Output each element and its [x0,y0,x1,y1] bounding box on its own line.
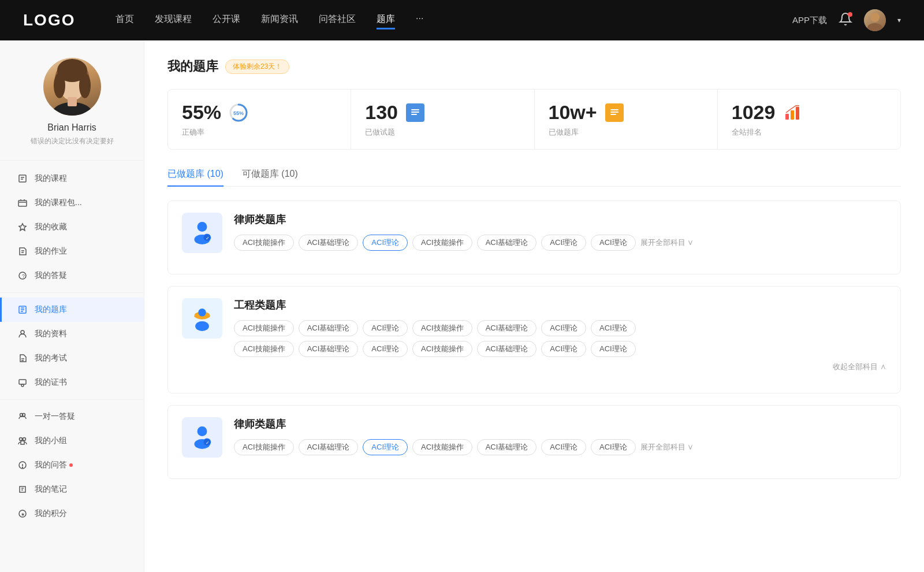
tag-1-6[interactable]: ACI理论 [591,320,636,336]
tag-1-2-4[interactable]: ACI基础理论 [477,341,537,357]
app-download-link[interactable]: APP下载 [792,15,827,26]
trial-badge: 体验剩余23天！ [225,60,289,74]
svg-rect-48 [610,109,619,110]
collapse-link-1[interactable]: 收起全部科目 ∧ [833,362,886,372]
tag-1-2-0[interactable]: ACI技能操作 [234,341,294,357]
nav-open-course[interactable]: 公开课 [213,11,240,29]
svg-text:★: ★ [21,512,25,517]
tags-row-1: ACI技能操作 ACI基础理论 ACI理论 ACI技能操作 ACI基础理论 AC… [234,320,886,336]
svg-point-37 [23,467,23,468]
tag-1-3[interactable]: ACI技能操作 [412,320,472,336]
sidebar-item-label: 我的课程 [35,173,67,184]
svg-rect-46 [411,112,419,113]
tab-available-bank[interactable]: 可做题库 (10) [242,168,298,186]
notes-icon [17,484,28,495]
sidebar-item-homework[interactable]: 我的作业 [0,239,144,263]
tag-2-5[interactable]: ACI理论 [541,439,586,455]
tab-done-bank[interactable]: 已做题库 (10) [167,168,223,186]
tag-0-6[interactable]: ACI理论 [591,235,636,251]
tag-1-5[interactable]: ACI理论 [541,320,586,336]
course-pkg-icon [17,198,28,208]
questions-icon [17,460,28,470]
sidebar-item-question-bank[interactable]: 我的题库 [0,298,144,322]
tag-1-2-6[interactable]: ACI理论 [591,341,636,357]
star-icon [17,222,28,232]
done-bank-icon [604,102,625,123]
nav-home[interactable]: 首页 [116,11,134,29]
tag-2-0[interactable]: ACI技能操作 [234,439,294,455]
nav-news[interactable]: 新闻资讯 [261,11,298,29]
category-card-1: 工程类题库 ACI技能操作 ACI基础理论 ACI理论 ACI技能操作 ACI基… [167,286,901,393]
tag-2-2[interactable]: ACI理论 [363,439,408,455]
tag-0-1[interactable]: ACI基础理论 [299,235,359,251]
expand-link-2[interactable]: 展开全部科目 ∨ [640,442,694,452]
sidebar-item-label: 一对一答疑 [35,411,75,422]
tag-2-3[interactable]: ACI技能操作 [412,439,472,455]
stat-done-questions: 130 已做试题 [351,90,534,149]
groups-icon [17,436,28,446]
tag-1-2-3[interactable]: ACI技能操作 [412,341,472,357]
tag-1-2-5[interactable]: ACI理论 [541,341,586,357]
svg-rect-51 [785,114,789,120]
stat-accuracy: 55% 55% 正确率 [168,90,351,149]
sidebar-item-course-package[interactable]: 我的课程包... [0,191,144,215]
sidebar-item-label: 我的课程包... [35,198,82,208]
user-dropdown-arrow[interactable]: ▾ [897,16,901,24]
nav-question-bank[interactable]: 题库 [377,11,395,29]
expand-link-0[interactable]: 展开全部科目 ∨ [640,237,694,248]
page-wrap: Brian Harris 错误的决定比没有决定要好 我的课程 我的 [0,40,924,572]
nav-qa[interactable]: 问答社区 [319,11,356,29]
category-icon-engineer [182,298,222,339]
category-info-2: 律师类题库 ACI技能操作 ACI基础理论 ACI理论 ACI技能操作 ACI基… [234,417,886,455]
sidebar-item-favorites[interactable]: 我的收藏 [0,215,144,239]
svg-text:?: ? [22,273,25,279]
sidebar-item-my-qa[interactable]: ? 我的答疑 [0,263,144,288]
nav-discover[interactable]: 发现课程 [155,11,192,29]
svg-point-32 [23,414,25,417]
sidebar-item-questions[interactable]: 我的问答 [0,453,144,477]
tag-1-2-1[interactable]: ACI基础理论 [299,341,359,357]
stats-row: 55% 55% 正确率 130 [167,89,901,150]
svg-rect-52 [791,110,794,120]
svg-point-63 [198,426,207,436]
points-icon: ★ [17,508,28,519]
svg-point-33 [20,438,23,441]
course-icon [17,173,28,184]
sidebar-item-groups[interactable]: 我的小组 [0,429,144,453]
tag-1-4[interactable]: ACI基础理论 [477,320,537,336]
stat-label-done: 已做试题 [365,127,520,138]
sidebar-item-tutor[interactable]: 一对一答疑 [0,404,144,429]
tag-1-2[interactable]: ACI理论 [363,320,408,336]
collapse-row-1: 收起全部科目 ∧ [234,362,886,372]
tag-0-2[interactable]: ACI理论 [363,235,408,251]
sidebar: Brian Harris 错误的决定比没有决定要好 我的课程 我的 [0,40,144,572]
notification-dot [848,12,852,17]
nav-more[interactable]: ··· [416,11,423,29]
sidebar-item-exam[interactable]: 我的考试 [0,346,144,370]
user-avatar[interactable] [864,9,886,31]
category-name-1: 工程类题库 [234,298,886,312]
tag-2-4[interactable]: ACI基础理论 [477,439,537,455]
sidebar-item-certificate[interactable]: 我的证书 [0,370,144,395]
tag-0-4[interactable]: ACI基础理论 [477,235,537,251]
tag-0-5[interactable]: ACI理论 [541,235,586,251]
tag-0-3[interactable]: ACI技能操作 [412,235,472,251]
sidebar-item-my-courses[interactable]: 我的课程 [0,166,144,191]
svg-rect-50 [610,114,616,115]
tag-2-1[interactable]: ACI基础理论 [299,439,359,455]
tag-2-6[interactable]: ACI理论 [591,439,636,455]
category-header-1: 工程类题库 ACI技能操作 ACI基础理论 ACI理论 ACI技能操作 ACI基… [182,298,886,372]
question-dot-badge [69,463,73,467]
tag-1-2-2[interactable]: ACI理论 [363,341,408,357]
stat-label-bank: 已做题库 [549,127,703,138]
tags-row-2: ACI技能操作 ACI基础理论 ACI理论 ACI技能操作 ACI基础理论 AC… [234,439,886,455]
stat-value-accuracy: 55% [182,101,221,124]
tag-1-0[interactable]: ACI技能操作 [234,320,294,336]
profile-motto: 错误的决定比没有决定要好 [31,136,114,146]
sidebar-item-points[interactable]: ★ 我的积分 [0,502,144,526]
sidebar-item-profile[interactable]: 我的资料 [0,322,144,346]
notification-bell[interactable] [839,12,852,28]
tag-0-0[interactable]: ACI技能操作 [234,235,294,251]
sidebar-item-notes[interactable]: 我的笔记 [0,477,144,502]
tag-1-1[interactable]: ACI基础理论 [299,320,359,336]
